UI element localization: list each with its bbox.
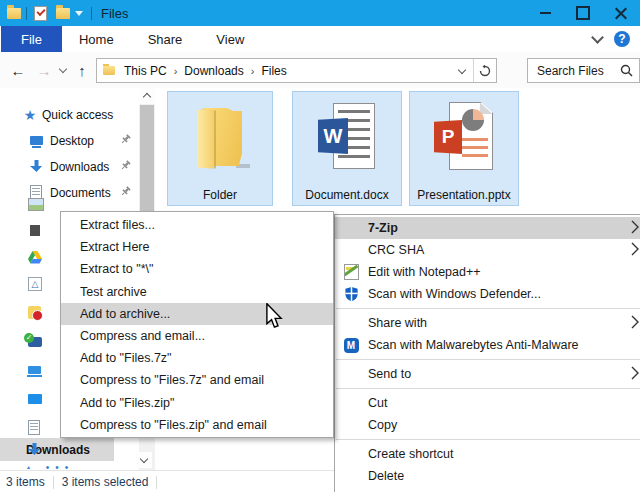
menu-item-add-to-files-7z[interactable]: Add to "Files.7z" — [61, 347, 333, 369]
mouse-cursor — [265, 303, 283, 333]
refresh-button[interactable] — [473, 59, 496, 82]
file-tile-document[interactable]: W Document.docx — [292, 91, 402, 206]
titlebar-divider — [91, 7, 92, 20]
maximize-icon — [576, 6, 590, 20]
menu-item-create-shortcut[interactable]: Create shortcut — [335, 443, 640, 465]
creative-cloud-icon — [28, 306, 41, 319]
sidebar-item-downloads-bottom[interactable]: Downloads — [0, 438, 114, 461]
submenu-arrow-icon — [631, 242, 639, 259]
menu-separator — [336, 439, 640, 440]
sidebar-icon-notes[interactable] — [28, 420, 44, 436]
menu-item-test-archive[interactable]: Test archive — [61, 281, 333, 303]
sidebar-icon-recycle[interactable]: △ — [28, 277, 44, 293]
menu-item-delete[interactable]: Delete — [335, 465, 640, 487]
sidebar-item-quick-access[interactable]: ★ Quick access — [0, 104, 140, 125]
synced-folder-icon — [28, 337, 42, 347]
tab-view[interactable]: View — [199, 26, 261, 52]
file-tile-folder[interactable]: Folder — [167, 91, 273, 206]
videos-icon — [28, 225, 42, 236]
menu-item-send-to[interactable]: Send to — [335, 363, 640, 385]
menu-item-extract-files[interactable]: Extract files... — [61, 214, 333, 236]
menu-item-7zip[interactable]: 7-Zip — [335, 217, 640, 239]
titlebar-divider — [26, 7, 27, 20]
sidebar-icon-laptop[interactable] — [28, 366, 44, 382]
scroll-down-button[interactable] — [136, 452, 152, 468]
address-dropdown-chevron-icon[interactable] — [451, 69, 473, 73]
menu-item-extract-to[interactable]: Extract to "*\" — [61, 258, 333, 280]
location-folder-icon — [103, 66, 115, 75]
address-bar[interactable]: This PC › Downloads › Files — [96, 58, 497, 83]
ribbon-collapse-chevron-icon[interactable] — [591, 31, 604, 44]
search-icon — [620, 64, 633, 77]
item-count: 3 items — [6, 475, 45, 489]
breadcrumb-files[interactable]: Files — [259, 64, 288, 78]
minimize-button[interactable] — [526, 0, 564, 26]
quick-access-star-icon: ★ — [22, 107, 38, 123]
tab-share[interactable]: Share — [131, 26, 200, 52]
back-button[interactable]: ← — [6, 52, 30, 88]
address-bar-row: ← → ↑ This PC › Downloads › Files Sear — [0, 52, 640, 88]
qat-properties-icon[interactable] — [34, 6, 47, 21]
pin-icon — [120, 186, 131, 200]
scroll-up-button[interactable] — [139, 88, 155, 104]
menu-item-compress-and-email[interactable]: Compress and email... — [61, 325, 333, 347]
file-name: Presentation.pptx — [410, 188, 518, 202]
search-box[interactable]: Search Files — [527, 58, 640, 83]
menu-item-extract-here[interactable]: Extract Here — [61, 236, 333, 258]
menu-item-crc-sha[interactable]: CRC SHA — [335, 239, 640, 261]
file-tile-presentation[interactable]: P Presentation.pptx — [409, 91, 519, 206]
menu-item-add-to-files-zip[interactable]: Add to "Files.zip" — [61, 392, 333, 414]
close-icon — [615, 7, 627, 19]
file-name: Folder — [168, 188, 272, 202]
powerpoint-file-icon: P — [432, 100, 496, 174]
menu-item-share-with[interactable]: Share with — [335, 312, 640, 334]
notes-icon — [28, 420, 40, 435]
breadcrumb-separator-icon: › — [169, 65, 183, 77]
menu-item-rename[interactable]: Rename — [335, 487, 640, 492]
menu-item-scan-defender[interactable]: Scan with Windows Defender... — [335, 283, 640, 305]
sidebar-item-documents[interactable]: Documents — [0, 182, 140, 203]
minimize-icon — [540, 12, 551, 14]
menu-item-compress-zip-email[interactable]: Compress to "Files.zip" and email — [61, 414, 333, 436]
sidebar-item-label: Desktop — [50, 134, 94, 148]
sidebar-item-label: Quick access — [42, 108, 113, 122]
menu-item-scan-malwarebytes[interactable]: M Scan with Malwarebytes Anti-Malware — [335, 334, 640, 356]
qat-new-folder-icon[interactable] — [56, 8, 70, 19]
up-button[interactable]: ↑ — [70, 52, 94, 88]
menu-item-copy[interactable]: Copy — [335, 414, 640, 436]
help-button[interactable]: ? — [614, 31, 630, 47]
tab-file[interactable]: File — [1, 26, 62, 52]
maximize-button[interactable] — [564, 0, 602, 26]
window-title: Files — [101, 6, 128, 21]
forward-button[interactable]: → — [32, 52, 56, 88]
laptop-icon — [28, 366, 41, 374]
tab-home[interactable]: Home — [62, 26, 131, 52]
sidebar-icon-google-drive[interactable] — [28, 251, 44, 267]
submenu-arrow-icon — [631, 315, 639, 332]
menu-item-cut[interactable]: Cut — [335, 392, 640, 414]
sidebar-icon-videos[interactable] — [28, 225, 44, 241]
submenu-arrow-icon — [631, 366, 639, 383]
breadcrumb-downloads[interactable]: Downloads — [182, 64, 245, 78]
title-bar: Files — [0, 0, 640, 26]
menu-item-add-to-archive[interactable]: Add to archive... — [61, 303, 333, 325]
sidebar-icon-creative-cloud[interactable] — [28, 306, 44, 322]
sidebar-item-downloads[interactable]: Downloads — [0, 156, 140, 177]
sidebar-item-label: Documents — [50, 186, 111, 200]
file-name: Document.docx — [293, 188, 401, 202]
notepadpp-icon — [343, 264, 359, 280]
sidebar-icon-synced-folder[interactable] — [28, 334, 44, 350]
qat-customize-chevron-icon[interactable] — [75, 11, 83, 16]
close-button[interactable] — [602, 0, 640, 26]
sidebar-icon-display[interactable] — [28, 394, 44, 410]
chevron-down-icon — [140, 455, 148, 463]
pin-icon — [120, 160, 131, 174]
menu-item-edit-notepadpp[interactable]: Edit with Notepad++ — [335, 261, 640, 283]
download-arrow-icon — [26, 442, 42, 458]
sidebar-item-desktop[interactable]: Desktop — [0, 130, 140, 151]
sidebar-icon-pictures[interactable] — [28, 198, 44, 214]
recent-locations-chevron-icon[interactable] — [56, 52, 70, 88]
breadcrumb-this-pc[interactable]: This PC — [122, 64, 169, 78]
search-input[interactable]: Search Files — [528, 64, 604, 78]
menu-item-compress-7z-email[interactable]: Compress to "Files.7z" and email — [61, 369, 333, 391]
